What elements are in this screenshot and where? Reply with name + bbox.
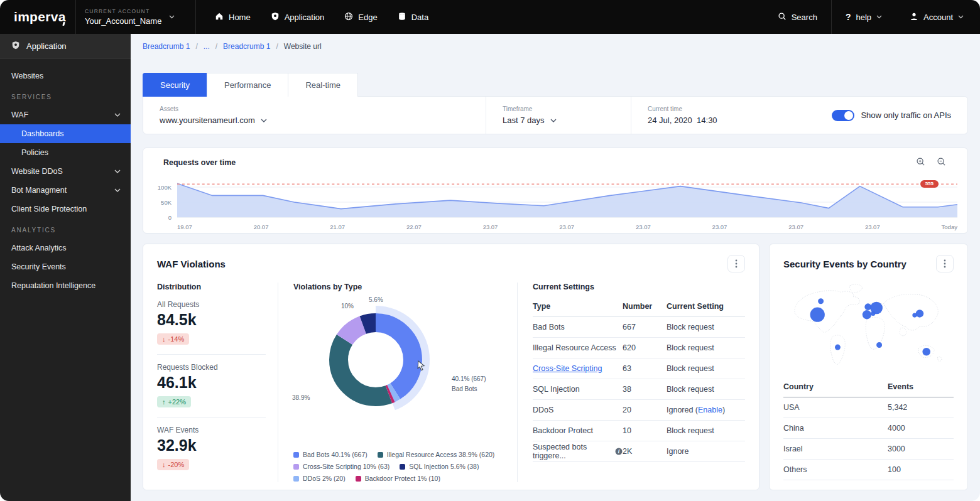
- search-button[interactable]: Search: [764, 0, 831, 34]
- country-row-usa: USA5,342: [783, 397, 954, 418]
- chevron-down-icon: [114, 113, 121, 117]
- x-axis-ticks: 19.0720.0721.0722.0723.0723.0723.0723.07…: [177, 224, 957, 230]
- setting-number: 2K: [623, 447, 667, 456]
- enable-link[interactable]: Enable: [698, 406, 722, 414]
- setting-value: Ignore: [667, 447, 745, 456]
- nav-item-application[interactable]: Application: [271, 12, 325, 23]
- sidebar-header[interactable]: Application: [0, 34, 131, 59]
- setting-type: Illegal Resource Access: [533, 343, 623, 352]
- timeframe-label: Timeframe: [503, 105, 631, 112]
- setting-type-link[interactable]: Cross-Site Scripting: [533, 364, 602, 373]
- x-tick: Today: [942, 224, 957, 230]
- zoom-out-icon[interactable]: [937, 157, 946, 166]
- donut-hover-label: 40.1% (667) Bad Bots: [452, 374, 486, 394]
- search-label: Search: [792, 13, 817, 22]
- nav-label: Edge: [358, 13, 377, 22]
- tab-real-time[interactable]: Real-time: [288, 73, 358, 97]
- breadcrumb-item[interactable]: Breadcrumb 1: [143, 42, 190, 51]
- current-account-name: Your_Account_Name: [85, 16, 161, 26]
- security-events-title: Security Events by Country: [783, 259, 906, 269]
- donut-callout-xss: 10%: [341, 303, 354, 310]
- sidebar-nav: WebsitesSERVICESWAFDashboardsPoliciesWeb…: [0, 59, 131, 295]
- chevron-down-icon: [169, 15, 175, 19]
- sidebar-item-bot-managment[interactable]: Bot Managment: [0, 181, 131, 200]
- setting-value: Ignored (Enable): [667, 406, 745, 414]
- assets-dropdown[interactable]: Assets www.yoursitenameurl.com: [143, 97, 486, 134]
- api-traffic-toggle-group: Show only traffic on APIs: [832, 110, 967, 121]
- setting-type: Bad Bots: [533, 323, 623, 331]
- legend-item-sql-injection[interactable]: SQL Injection 5.6% (38): [400, 463, 479, 470]
- account-menu-label: Account: [923, 13, 953, 22]
- x-tick: 21.07: [330, 224, 345, 230]
- legend-item-ddos[interactable]: DDoS 2% (20): [293, 475, 346, 482]
- account-switcher[interactable]: CURRENT ACCOUNT Your_Account_Name: [75, 0, 196, 34]
- sidebar-item-label: Website DDoS: [11, 167, 63, 176]
- logo-mark: [62, 22, 65, 26]
- sidebar-item-policies[interactable]: Policies: [0, 143, 131, 162]
- kebab-menu-button[interactable]: [936, 255, 954, 272]
- nav-item-edge[interactable]: Edge: [344, 12, 377, 23]
- kebab-menu-button[interactable]: [727, 255, 745, 272]
- legend-swatch: [293, 452, 299, 458]
- breadcrumb-item[interactable]: Breadcrumb 1: [223, 42, 270, 51]
- violations-by-type-heading: Violations by Type: [293, 283, 517, 291]
- setting-type-text: Bad Bots: [533, 323, 565, 331]
- legend-item-backdoor-protect[interactable]: Backdoor Protect 1% (10): [356, 475, 440, 482]
- distribution-column: Distribution All Requests84.5k↓-14%Reque…: [157, 283, 278, 482]
- info-icon[interactable]: i: [615, 448, 623, 455]
- sidebar-item-dashboards[interactable]: Dashboards: [0, 124, 131, 143]
- current-account-label: CURRENT ACCOUNT: [85, 8, 161, 14]
- legend-swatch: [356, 476, 361, 482]
- legend-item-illegal-resource-access[interactable]: Illegal Resource Access 38.9% (620): [378, 451, 495, 458]
- settings-row-bad-bots: Bad Bots667Block request: [533, 317, 745, 338]
- arrow-down-icon: ↓: [162, 335, 166, 343]
- setting-type: Suspected bots triggere...i: [533, 443, 623, 460]
- stat-delta-badge: ↓-20%: [157, 459, 189, 470]
- sidebar-item-label: Policies: [21, 148, 48, 157]
- help-menu[interactable]: ? help: [832, 0, 896, 34]
- y-tick: 100K: [158, 184, 172, 191]
- nav-item-data[interactable]: Data: [398, 12, 428, 23]
- breadcrumb-item[interactable]: ...: [204, 42, 210, 51]
- donut-callout-sql: 5.6%: [369, 296, 383, 303]
- setting-type: SQL Injection: [533, 385, 623, 394]
- chevron-down-icon: [261, 119, 267, 122]
- sidebar-item-repuatation-intelligence[interactable]: Repuatation Intelligence: [0, 276, 131, 295]
- legend-item-cross-site-scripting[interactable]: Cross-Site Scripting 10% (63): [293, 463, 389, 470]
- sidebar-item-websites[interactable]: Websites: [0, 67, 131, 85]
- stat-label: WAF Events: [157, 426, 278, 434]
- sidebar-item-website-ddos[interactable]: Website DDoS: [0, 162, 131, 181]
- distribution-stat: All Requests84.5k↓-14%: [157, 300, 278, 345]
- sidebar-item-waf[interactable]: WAF: [0, 105, 131, 124]
- x-tick: 23.07: [483, 224, 498, 230]
- distribution-stat: WAF Events32.9k↓-20%: [157, 426, 278, 470]
- zoom-in-icon[interactable]: [916, 157, 925, 166]
- col-type: Type: [533, 302, 623, 311]
- divider: [157, 354, 266, 355]
- setting-value: Block request: [667, 343, 745, 352]
- nav-item-home[interactable]: Home: [215, 12, 251, 23]
- tab-performance[interactable]: Performance: [207, 73, 288, 97]
- stat-label: All Requests: [157, 300, 278, 309]
- legend-item-bad-bots[interactable]: Bad Bots 40.1% (667): [293, 451, 368, 458]
- setting-number: 38: [623, 385, 667, 394]
- search-icon: [778, 12, 787, 23]
- tab-security[interactable]: Security: [143, 73, 207, 97]
- country-row-israel: Israel3000: [783, 439, 954, 460]
- sidebar-item-security-events[interactable]: Security Events: [0, 257, 131, 276]
- donut-chart[interactable]: 5.6% 10% 38.9% 40.1% (667) Bad Bots: [293, 300, 517, 446]
- timeframe-dropdown[interactable]: Timeframe Last 7 days: [486, 97, 631, 134]
- chevron-down-icon: [958, 15, 964, 19]
- sidebar-item-attack-analytics[interactable]: Attack Analytics: [0, 239, 131, 257]
- api-traffic-toggle[interactable]: [832, 110, 854, 121]
- sidebar-item-client-side-protection[interactable]: Client Side Protection: [0, 200, 131, 218]
- setting-type-text: DDoS: [533, 406, 553, 414]
- account-menu[interactable]: Account: [896, 0, 980, 34]
- x-tick: 20.07: [254, 224, 269, 230]
- x-tick: 23.07: [712, 224, 727, 230]
- imperva-logo[interactable]: imperva: [0, 9, 75, 24]
- y-axis: 100K50K0: [152, 173, 177, 222]
- area-chart-plot[interactable]: 555: [177, 173, 957, 222]
- country-name: Israel: [783, 444, 888, 453]
- setting-value: Block request: [667, 385, 745, 394]
